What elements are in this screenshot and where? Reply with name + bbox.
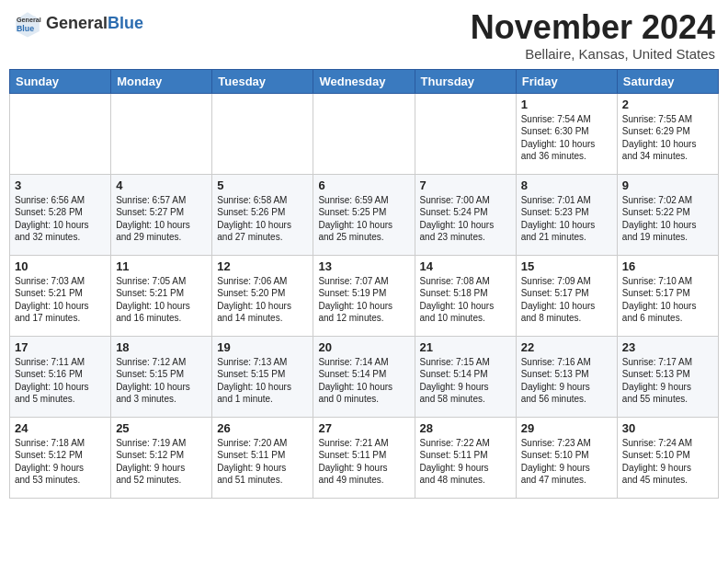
day-number: 18 — [116, 340, 207, 354]
day-info: Sunrise: 7:00 AM Sunset: 5:24 PM Dayligh… — [420, 194, 511, 244]
day-number: 28 — [420, 421, 511, 435]
calendar-cell: 30Sunrise: 7:24 AM Sunset: 5:10 PM Dayli… — [617, 417, 718, 498]
calendar-week-row: 17Sunrise: 7:11 AM Sunset: 5:16 PM Dayli… — [10, 336, 719, 417]
calendar-cell: 14Sunrise: 7:08 AM Sunset: 5:18 PM Dayli… — [415, 255, 516, 336]
day-number: 27 — [318, 421, 409, 435]
day-info: Sunrise: 6:57 AM Sunset: 5:27 PM Dayligh… — [116, 194, 207, 244]
day-number: 11 — [116, 259, 207, 273]
day-info: Sunrise: 7:06 AM Sunset: 5:20 PM Dayligh… — [217, 275, 308, 325]
day-info: Sunrise: 7:12 AM Sunset: 5:15 PM Dayligh… — [116, 356, 207, 406]
calendar-cell: 12Sunrise: 7:06 AM Sunset: 5:20 PM Dayli… — [212, 255, 313, 336]
day-info: Sunrise: 7:03 AM Sunset: 5:21 PM Dayligh… — [15, 275, 106, 325]
day-info: Sunrise: 7:20 AM Sunset: 5:11 PM Dayligh… — [217, 437, 308, 487]
day-info: Sunrise: 7:09 AM Sunset: 5:17 PM Dayligh… — [521, 275, 612, 325]
day-number: 12 — [217, 259, 308, 273]
calendar-cell: 9Sunrise: 7:02 AM Sunset: 5:22 PM Daylig… — [617, 174, 718, 255]
calendar-header-thursday: Thursday — [415, 69, 516, 93]
day-number: 21 — [420, 340, 511, 354]
calendar-cell: 10Sunrise: 7:03 AM Sunset: 5:21 PM Dayli… — [10, 255, 111, 336]
calendar-cell: 20Sunrise: 7:14 AM Sunset: 5:14 PM Dayli… — [313, 336, 415, 417]
calendar-cell: 18Sunrise: 7:12 AM Sunset: 5:15 PM Dayli… — [111, 336, 212, 417]
day-number: 29 — [521, 421, 612, 435]
calendar-cell — [212, 93, 313, 174]
calendar-cell — [415, 93, 516, 174]
day-number: 7 — [420, 178, 511, 192]
logo: General Blue GeneralBlue — [13, 9, 143, 39]
day-info: Sunrise: 7:23 AM Sunset: 5:10 PM Dayligh… — [521, 437, 612, 487]
day-info: Sunrise: 7:08 AM Sunset: 5:18 PM Dayligh… — [420, 275, 511, 325]
calendar-cell: 11Sunrise: 7:05 AM Sunset: 5:21 PM Dayli… — [111, 255, 212, 336]
calendar-cell: 8Sunrise: 7:01 AM Sunset: 5:23 PM Daylig… — [516, 174, 617, 255]
day-number: 17 — [15, 340, 106, 354]
calendar-cell: 13Sunrise: 7:07 AM Sunset: 5:19 PM Dayli… — [313, 255, 415, 336]
generalblue-logo-icon: General Blue — [13, 9, 42, 39]
day-info: Sunrise: 7:13 AM Sunset: 5:15 PM Dayligh… — [217, 356, 308, 406]
day-number: 9 — [622, 178, 713, 192]
day-number: 30 — [622, 421, 713, 435]
svg-text:General: General — [17, 16, 41, 24]
calendar-cell: 2Sunrise: 7:55 AM Sunset: 6:29 PM Daylig… — [617, 93, 718, 174]
day-number: 20 — [318, 340, 409, 354]
calendar-week-row: 3Sunrise: 6:56 AM Sunset: 5:28 PM Daylig… — [10, 174, 719, 255]
day-number: 4 — [116, 178, 207, 192]
calendar-cell: 4Sunrise: 6:57 AM Sunset: 5:27 PM Daylig… — [111, 174, 212, 255]
calendar-table: SundayMondayTuesdayWednesdayThursdayFrid… — [9, 69, 719, 499]
day-number: 13 — [318, 259, 409, 273]
logo-general-text: General — [46, 14, 108, 32]
calendar-cell: 15Sunrise: 7:09 AM Sunset: 5:17 PM Dayli… — [516, 255, 617, 336]
day-info: Sunrise: 7:05 AM Sunset: 5:21 PM Dayligh… — [116, 275, 207, 325]
day-number: 14 — [420, 259, 511, 273]
day-number: 5 — [217, 178, 308, 192]
calendar-cell: 28Sunrise: 7:22 AM Sunset: 5:11 PM Dayli… — [415, 417, 516, 498]
day-info: Sunrise: 7:21 AM Sunset: 5:11 PM Dayligh… — [318, 437, 409, 487]
day-info: Sunrise: 7:18 AM Sunset: 5:12 PM Dayligh… — [15, 437, 106, 487]
day-info: Sunrise: 7:10 AM Sunset: 5:17 PM Dayligh… — [622, 275, 713, 325]
calendar-header-wednesday: Wednesday — [313, 69, 415, 93]
calendar-cell: 5Sunrise: 6:58 AM Sunset: 5:26 PM Daylig… — [212, 174, 313, 255]
title-area: November 2024 Bellaire, Kansas, United S… — [471, 9, 715, 62]
calendar-cell — [10, 93, 111, 174]
calendar-cell: 25Sunrise: 7:19 AM Sunset: 5:12 PM Dayli… — [111, 417, 212, 498]
calendar-cell: 3Sunrise: 6:56 AM Sunset: 5:28 PM Daylig… — [10, 174, 111, 255]
day-number: 22 — [521, 340, 612, 354]
calendar-cell: 27Sunrise: 7:21 AM Sunset: 5:11 PM Dayli… — [313, 417, 415, 498]
logo-blue-text: Blue — [108, 14, 143, 32]
day-info: Sunrise: 7:22 AM Sunset: 5:11 PM Dayligh… — [420, 437, 511, 487]
svg-text:Blue: Blue — [17, 24, 34, 33]
calendar-cell — [111, 93, 212, 174]
header: General Blue GeneralBlue November 2024 B… — [9, 9, 719, 62]
calendar-cell: 24Sunrise: 7:18 AM Sunset: 5:12 PM Dayli… — [10, 417, 111, 498]
calendar-cell: 19Sunrise: 7:13 AM Sunset: 5:15 PM Dayli… — [212, 336, 313, 417]
calendar-header-tuesday: Tuesday — [212, 69, 313, 93]
calendar-week-row: 24Sunrise: 7:18 AM Sunset: 5:12 PM Dayli… — [10, 417, 719, 498]
calendar-cell: 29Sunrise: 7:23 AM Sunset: 5:10 PM Dayli… — [516, 417, 617, 498]
day-number: 25 — [116, 421, 207, 435]
calendar-week-row: 1Sunrise: 7:54 AM Sunset: 6:30 PM Daylig… — [10, 93, 719, 174]
day-info: Sunrise: 7:01 AM Sunset: 5:23 PM Dayligh… — [521, 194, 612, 244]
calendar-cell: 6Sunrise: 6:59 AM Sunset: 5:25 PM Daylig… — [313, 174, 415, 255]
day-number: 8 — [521, 178, 612, 192]
day-info: Sunrise: 7:54 AM Sunset: 6:30 PM Dayligh… — [521, 113, 612, 163]
calendar-header-row: SundayMondayTuesdayWednesdayThursdayFrid… — [10, 69, 719, 93]
day-number: 6 — [318, 178, 409, 192]
day-info: Sunrise: 7:19 AM Sunset: 5:12 PM Dayligh… — [116, 437, 207, 487]
day-info: Sunrise: 6:59 AM Sunset: 5:25 PM Dayligh… — [318, 194, 409, 244]
day-info: Sunrise: 7:11 AM Sunset: 5:16 PM Dayligh… — [15, 356, 106, 406]
calendar-cell: 21Sunrise: 7:15 AM Sunset: 5:14 PM Dayli… — [415, 336, 516, 417]
day-number: 16 — [622, 259, 713, 273]
day-number: 26 — [217, 421, 308, 435]
day-info: Sunrise: 7:15 AM Sunset: 5:14 PM Dayligh… — [420, 356, 511, 406]
calendar-cell: 16Sunrise: 7:10 AM Sunset: 5:17 PM Dayli… — [617, 255, 718, 336]
day-info: Sunrise: 7:16 AM Sunset: 5:13 PM Dayligh… — [521, 356, 612, 406]
calendar-week-row: 10Sunrise: 7:03 AM Sunset: 5:21 PM Dayli… — [10, 255, 719, 336]
calendar-cell: 23Sunrise: 7:17 AM Sunset: 5:13 PM Dayli… — [617, 336, 718, 417]
day-info: Sunrise: 7:02 AM Sunset: 5:22 PM Dayligh… — [622, 194, 713, 244]
day-number: 2 — [622, 98, 713, 111]
day-number: 23 — [622, 340, 713, 354]
location-subtitle: Bellaire, Kansas, United States — [471, 46, 715, 62]
day-number: 15 — [521, 259, 612, 273]
day-info: Sunrise: 6:58 AM Sunset: 5:26 PM Dayligh… — [217, 194, 308, 244]
day-number: 24 — [15, 421, 106, 435]
day-info: Sunrise: 7:55 AM Sunset: 6:29 PM Dayligh… — [622, 113, 713, 163]
calendar-header-monday: Monday — [111, 69, 212, 93]
